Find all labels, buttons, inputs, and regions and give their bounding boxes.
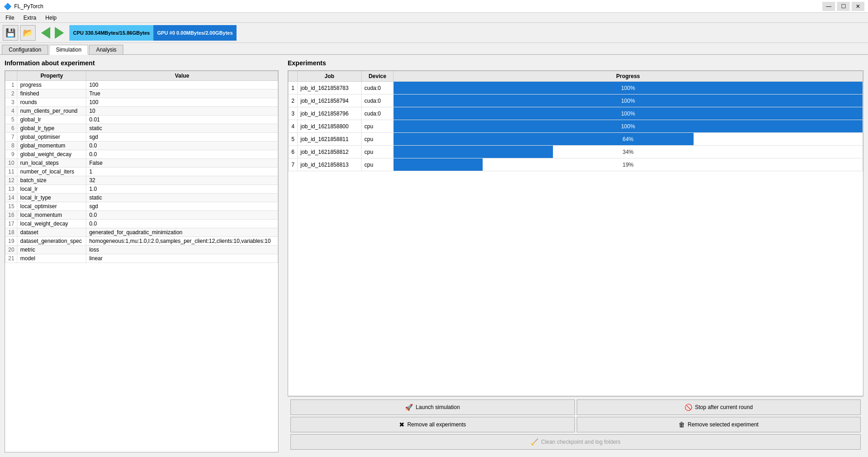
stop-after-round-button[interactable]: 🚫 Stop after current round — [577, 399, 861, 415]
experiments-title: Experiments — [288, 59, 863, 67]
row-number: 16 — [5, 211, 17, 220]
property-cell: local_momentum — [17, 211, 86, 220]
property-cell: number_of_local_iters — [17, 168, 86, 176]
property-cell: num_clients_per_round — [17, 107, 86, 116]
exp-progress-cell: 34% — [394, 146, 863, 158]
gpu-memory: GPU #0 0.00MBytes/2.00GBytes — [153, 25, 237, 41]
left-panel: Information about experiment Property Va… — [0, 55, 283, 457]
app-title: FL_PyTorch — [14, 3, 43, 10]
table-row: 18 dataset generated_for_quadratic_minim… — [5, 228, 278, 237]
progress-label-text: 100% — [394, 82, 863, 94]
nav-back-icon[interactable] — [41, 27, 50, 39]
maximize-button[interactable]: ☐ — [837, 2, 850, 11]
row-number: 14 — [5, 194, 17, 202]
exp-job-id: job_id_1621858794 — [298, 95, 362, 107]
exp-device: cuda:0 — [362, 107, 394, 120]
table-row[interactable]: 7 job_id_1621858813 cpu 19% — [289, 158, 863, 171]
exp-job-id: job_id_1621858796 — [298, 107, 362, 120]
minimize-button[interactable]: — — [822, 2, 835, 11]
row-number: 2 — [5, 89, 17, 98]
row-number: 21 — [5, 254, 17, 263]
table-row[interactable]: 3 job_id_1621858796 cuda:0 100% — [289, 107, 863, 120]
value-cell: True — [86, 89, 278, 98]
table-row: 14 local_lr_type static — [5, 194, 278, 202]
property-cell: global_weight_decay — [17, 150, 86, 159]
buttons-area: 🚀 Launch simulation 🚫 Stop after current… — [288, 396, 863, 452]
right-panel: Experiments Job Device Progress 1 job_id… — [283, 55, 868, 457]
left-panel-title: Information about experiment — [5, 59, 279, 67]
clean-label: Clean checkpoint and log folders — [541, 439, 621, 445]
property-cell: global_lr_type — [17, 124, 86, 133]
app-icon: 🔷 — [4, 3, 11, 10]
exp-row-num: 1 — [289, 82, 298, 95]
close-button[interactable]: ✕ — [852, 2, 864, 11]
tab-analysis[interactable]: Analysis — [89, 45, 123, 54]
table-row: 10 run_local_steps False — [5, 159, 278, 168]
clean-checkpoint-button[interactable]: 🧹 Clean checkpoint and log folders — [290, 434, 861, 450]
remove-all-button[interactable]: ✖ Remove all experiments — [290, 417, 575, 432]
row-number: 1 — [5, 81, 17, 89]
nav-forward-icon[interactable] — [55, 27, 64, 39]
table-row[interactable]: 1 job_id_1621858783 cuda:0 100% — [289, 82, 863, 95]
menu-help[interactable]: Help — [42, 14, 60, 21]
exp-row-num: 7 — [289, 158, 298, 171]
clean-icon: 🧹 — [531, 438, 538, 446]
exp-job-id: job_id_1621858800 — [298, 120, 362, 133]
progress-label-text: 100% — [394, 95, 863, 107]
col-value: Value — [86, 71, 278, 81]
property-cell: run_local_steps — [17, 159, 86, 168]
table-row[interactable]: 6 job_id_1621858812 cpu 34% — [289, 146, 863, 158]
exp-progress-cell: 100% — [394, 120, 863, 133]
menu-extra[interactable]: Extra — [20, 14, 40, 21]
cpu-memory: CPU 330.54MBytes/15.86GBytes — [69, 25, 153, 41]
table-row: 21 model linear — [5, 254, 278, 263]
table-row: 16 local_momentum 0.0 — [5, 211, 278, 220]
exp-progress-cell: 64% — [394, 133, 863, 146]
value-cell: static — [86, 194, 278, 202]
exp-job-id: job_id_1621858811 — [298, 133, 362, 146]
col-num — [5, 71, 17, 81]
row-number: 5 — [5, 116, 17, 124]
tab-simulation[interactable]: Simulation — [49, 45, 88, 55]
value-cell: 32 — [86, 176, 278, 185]
tab-configuration[interactable]: Configuration — [2, 45, 48, 54]
exp-device: cuda:0 — [362, 82, 394, 95]
menubar: File Extra Help — [0, 13, 868, 23]
launch-simulation-button[interactable]: 🚀 Launch simulation — [290, 399, 575, 415]
value-cell: 1.0 — [86, 185, 278, 194]
row-number: 8 — [5, 142, 17, 150]
exp-job-id: job_id_1621858783 — [298, 82, 362, 95]
row-number: 11 — [5, 168, 17, 176]
remove-all-label: Remove all experiments — [407, 421, 466, 428]
table-row: 15 local_optimiser sgd — [5, 202, 278, 211]
row-number: 4 — [5, 107, 17, 116]
launch-label: Launch simulation — [416, 404, 460, 410]
open-button[interactable]: 📂 — [20, 25, 36, 41]
launch-icon: 🚀 — [405, 404, 413, 411]
value-cell: 0.0 — [86, 220, 278, 228]
property-cell: local_lr — [17, 185, 86, 194]
property-cell: finished — [17, 89, 86, 98]
save-button[interactable]: 💾 — [3, 25, 18, 41]
table-row[interactable]: 5 job_id_1621858811 cpu 64% — [289, 133, 863, 146]
table-row: 8 global_momentum 0.0 — [5, 142, 278, 150]
exp-device: cpu — [362, 133, 394, 146]
table-row[interactable]: 4 job_id_1621858800 cpu 100% — [289, 120, 863, 133]
info-table-container: Property Value 1 progress 100 2 finished… — [5, 70, 279, 452]
info-table: Property Value 1 progress 100 2 finished… — [5, 71, 278, 263]
remove-selected-button[interactable]: 🗑 Remove selected experiment — [577, 417, 861, 432]
table-row[interactable]: 2 job_id_1621858794 cuda:0 100% — [289, 95, 863, 107]
exp-row-num: 4 — [289, 120, 298, 133]
property-cell: metric — [17, 246, 86, 254]
secondary-buttons: ✖ Remove all experiments 🗑 Remove select… — [290, 417, 861, 432]
menu-file[interactable]: File — [2, 14, 18, 21]
progress-label-text: 19% — [394, 158, 863, 171]
value-cell: static — [86, 124, 278, 133]
exp-device: cpu — [362, 158, 394, 171]
progress-label-text: 100% — [394, 120, 863, 132]
row-number: 15 — [5, 202, 17, 211]
table-row: 12 batch_size 32 — [5, 176, 278, 185]
exp-row-num: 5 — [289, 133, 298, 146]
exp-col-device: Device — [362, 71, 394, 82]
table-row: 19 dataset_generation_spec homogeneous:1… — [5, 237, 278, 246]
